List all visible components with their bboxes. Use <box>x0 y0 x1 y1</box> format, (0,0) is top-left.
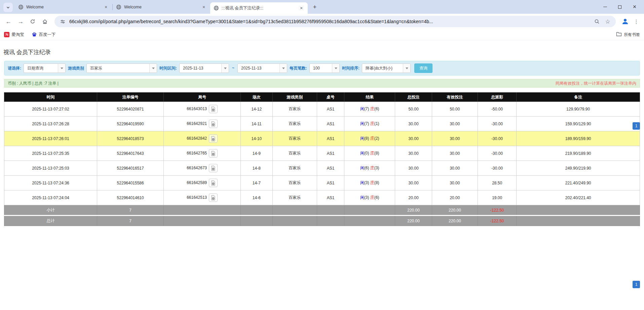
result-player: 闲 <box>360 166 364 170</box>
folder-icon <box>616 32 622 38</box>
browser-menu-button[interactable]: ⋮ <box>632 16 641 27</box>
query-type-select[interactable]: 日期查询 <box>24 63 66 73</box>
valid-bet-cell: 30.00 <box>432 161 478 176</box>
date-from-select[interactable]: 2025-11-13 <box>179 63 229 73</box>
game-type-cell: 百家乐 <box>272 102 317 117</box>
tilde-separator: ~ <box>231 66 235 71</box>
forward-button[interactable]: → <box>15 16 26 27</box>
game-type-select[interactable]: 百家乐 <box>86 63 157 73</box>
game-type-cell: 百家乐 <box>272 176 317 190</box>
game-type-value: 百家乐 <box>87 65 149 71</box>
video-replay-icon[interactable] <box>209 164 218 172</box>
table-row: 2025-11-13 07:26:28 522964019590 6616429… <box>4 117 640 131</box>
round-cell: 661642765 <box>164 146 241 161</box>
summary-info-bar: 币别 : 人民币 | 总共 :7 注单 | 同局有效投注，统一计算在该局第一张注… <box>4 79 640 88</box>
result-banker-score: (8) <box>374 151 379 156</box>
table-row: 2025-11-13 07:25:03 522964016517 6616426… <box>4 161 640 176</box>
reload-icon <box>30 19 35 24</box>
table-row: 2025-11-13 07:24:04 522964014610 6616425… <box>4 190 640 205</box>
new-tab-button[interactable]: + <box>310 3 319 11</box>
close-window-button[interactable]: × <box>627 2 642 12</box>
result-banker: 庄 <box>370 106 374 111</box>
tab-search-chevron[interactable] <box>3 3 13 12</box>
tab-close-icon[interactable]: × <box>103 4 109 10</box>
browser-toolbar: ← → 66cxkj98.com/ipl/portal.php/game/bet… <box>0 14 644 29</box>
total-bet-cell[interactable]: 30.00 <box>395 176 432 190</box>
tab-welcome-2[interactable]: Welcome × <box>113 0 210 14</box>
round-cell: 661642589 <box>164 176 241 190</box>
bookmark-aitaobao[interactable]: 淘 爱淘宝 <box>4 32 24 38</box>
payout-cell: -30.00 <box>478 161 517 176</box>
video-replay-icon[interactable] <box>209 105 218 113</box>
bookmark-baidu[interactable]: 百度一下 <box>32 32 56 38</box>
valid-bet-cell: 30.00 <box>432 131 478 146</box>
result-cell: 闲(3) 庄(6) <box>344 190 395 205</box>
video-replay-icon[interactable] <box>209 193 218 202</box>
page-size-select[interactable]: 100 <box>309 63 340 73</box>
home-button[interactable] <box>40 16 50 27</box>
payout-cell: -30.00 <box>478 146 517 161</box>
result-cell: 闲(0) 庄(8) <box>344 146 395 161</box>
round-number: 661642842 <box>187 136 207 141</box>
reload-button[interactable] <box>28 16 38 27</box>
round-number: 661642673 <box>187 166 207 170</box>
url-text[interactable]: 66cxkj98.com/ipl/portal.php/game/betreco… <box>69 19 590 24</box>
total-bet-cell[interactable]: 30.00 <box>395 131 432 146</box>
search-button[interactable]: 查询 <box>414 63 432 73</box>
total-bet-cell[interactable]: 20.00 <box>395 190 432 205</box>
round-number: 661642921 <box>187 121 207 126</box>
subtotal-valid-bet: 220.00 <box>432 205 478 216</box>
page-number-button[interactable]: 1 <box>633 122 640 130</box>
tab-welcome-1[interactable]: Welcome × <box>15 0 112 14</box>
total-bet-cell[interactable]: 30.00 <box>395 161 432 176</box>
result-banker: 庄 <box>370 166 374 170</box>
valid-bet-cell: 30.00 <box>432 146 478 161</box>
tab-close-icon[interactable]: × <box>298 5 304 11</box>
total-bet-cell[interactable]: 30.00 <box>395 117 432 131</box>
tab-title: :::视讯 会员下注纪录::: <box>222 5 296 11</box>
home-icon <box>42 19 48 25</box>
total-bet-cell[interactable]: 30.00 <box>395 146 432 161</box>
total-total-bet: 220.00 <box>395 216 432 226</box>
video-replay-icon[interactable] <box>209 179 218 187</box>
profile-avatar[interactable] <box>620 16 631 27</box>
total-bet-cell[interactable]: 50.00 <box>395 102 432 117</box>
time-cell: 2025-11-13 07:25:03 <box>4 161 97 176</box>
maximize-button[interactable] <box>612 2 627 12</box>
video-replay-icon[interactable] <box>209 134 218 143</box>
page-content: 视讯 会员下注纪录 请选择: 日期查询 游戏类别 百家乐 时间区间: 2025-… <box>0 40 644 310</box>
video-replay-icon[interactable] <box>209 120 218 128</box>
result-player-score: (0) <box>364 151 369 156</box>
video-replay-icon[interactable] <box>209 149 218 158</box>
person-icon <box>621 17 629 26</box>
game-type-cell: 百家乐 <box>272 131 317 146</box>
bookmark-star-icon[interactable]: ☆ <box>604 17 612 26</box>
zoom-icon[interactable] <box>593 17 601 26</box>
filter-panel: 请选择: 日期查询 游戏类别 百家乐 时间区间: 2025-11-13 ~ 20… <box>4 61 640 76</box>
col-session: 场次 <box>241 93 273 102</box>
back-button[interactable]: ← <box>3 16 13 27</box>
tab-title: Welcome <box>26 5 101 9</box>
minimize-button[interactable] <box>598 2 612 12</box>
address-bar[interactable]: 66cxkj98.com/ipl/portal.php/game/betreco… <box>54 16 616 27</box>
bookmark-label: 百度一下 <box>39 32 56 38</box>
game-type-cell: 百家乐 <box>272 190 317 205</box>
note-cell: 249.90/219.90 <box>517 161 640 176</box>
sort-select[interactable]: 降幂(由大到小) <box>362 63 411 73</box>
time-range-label: 时间区间: <box>159 65 177 71</box>
globe-favicon-icon <box>214 5 219 11</box>
total-count: 7 <box>97 216 163 226</box>
all-bookmarks[interactable]: 所有书签 <box>616 32 640 38</box>
total-valid-bet: 220.00 <box>432 216 478 226</box>
col-bet-id: 注单编号 <box>97 93 163 102</box>
tab-bet-records-active[interactable]: :::视讯 会员下注纪录::: × <box>210 2 308 14</box>
page-number-button[interactable]: 1 <box>633 281 640 288</box>
all-bookmarks-label: 所有书签 <box>624 32 640 38</box>
table-body: 2025-11-13 07:27:02 522964020871 6616430… <box>4 102 640 205</box>
game-type-cell: 百家乐 <box>272 117 317 131</box>
date-to-select[interactable]: 2025-11-13 <box>237 63 287 73</box>
tab-close-icon[interactable]: × <box>201 4 207 10</box>
bet-id-cell: 522964014610 <box>97 190 163 205</box>
table-row: 2025-11-13 07:25:35 522964017643 6616427… <box>4 146 640 161</box>
site-info-tune-icon[interactable] <box>59 17 67 26</box>
